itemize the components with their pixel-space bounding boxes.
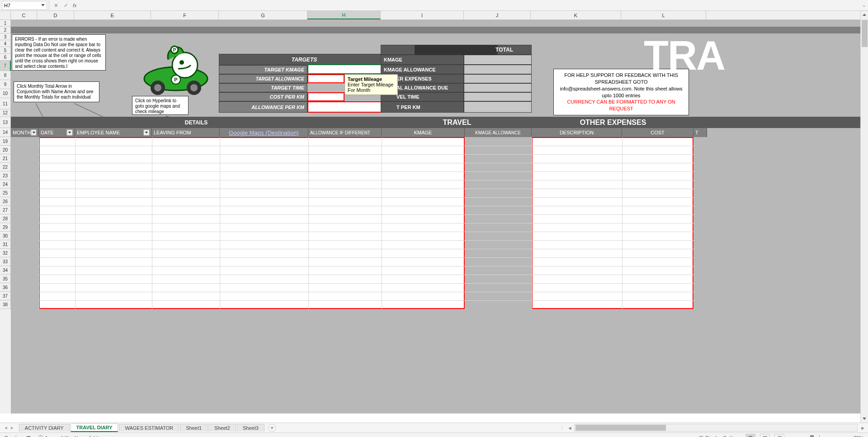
band	[11, 27, 861, 33]
header-leaving[interactable]: LEAVING FROM	[152, 128, 220, 137]
total-heading: TOTAL	[495, 47, 513, 53]
vertical-scrollbar[interactable]	[860, 11, 868, 423]
name-box[interactable]: H7	[2, 1, 47, 10]
accessibility-status[interactable]: ⓘ Accessibility: Unavailable	[38, 434, 101, 437]
row-header[interactable]: 28	[0, 214, 11, 223]
fx-icon[interactable]: fx	[73, 3, 77, 8]
sheet-content[interactable]: P P TARGETS TARGET KMAGE TARGET ALLOWANC…	[11, 20, 868, 413]
row-header[interactable]: 35	[0, 275, 11, 283]
normal-view-button[interactable]: ▦	[745, 434, 755, 437]
zoom-level[interactable]: 70%	[854, 435, 863, 437]
page-break-view-button[interactable]: ⊟	[774, 434, 784, 437]
sheet-tab[interactable]: Sheet1	[180, 424, 208, 432]
scroll-up-icon[interactable]	[861, 11, 868, 19]
row-header[interactable]: 11	[0, 98, 11, 109]
sheet-tab[interactable]: WAGES ESTIMATOR	[119, 424, 179, 432]
row-header[interactable]: 13	[0, 117, 11, 128]
row-header[interactable]: 9	[0, 80, 11, 89]
column-headers: C D E F G H I J K L	[0, 11, 868, 20]
row-header[interactable]: 31	[0, 240, 11, 249]
col-header[interactable]: D	[37, 11, 74, 19]
row-header[interactable]: 12	[0, 109, 11, 117]
sheet-tab[interactable]: Sheet3	[237, 424, 264, 432]
row-header[interactable]: 32	[0, 249, 11, 257]
select-all-corner[interactable]	[0, 11, 11, 19]
cost-per-km-input[interactable]	[307, 92, 344, 101]
row-header[interactable]: 20	[0, 146, 11, 154]
row-header[interactable]: 21	[0, 154, 11, 163]
col-header[interactable]: L	[621, 11, 706, 19]
new-sheet-button[interactable]: +	[268, 424, 276, 432]
col-header[interactable]: H	[307, 11, 381, 19]
formula-bar: H7 ✕ ✓ fx ⌄	[0, 0, 868, 11]
row-header[interactable]: 2	[0, 27, 11, 33]
scroll-thumb[interactable]	[576, 425, 666, 431]
row-header[interactable]: 1	[0, 20, 11, 27]
col-header[interactable]: C	[11, 11, 37, 19]
expand-formula-bar-icon[interactable]: ⌄	[860, 3, 868, 8]
targets-heading: TARGETS	[219, 54, 390, 65]
row-header[interactable]: 34	[0, 266, 11, 275]
row-header[interactable]: 22	[0, 163, 11, 171]
tab-nav[interactable]: ◄►	[0, 425, 18, 430]
status-bar: Ready ▦ ⓘ Accessibility: Unavailable 🖵 D…	[0, 432, 868, 437]
filter-icon[interactable]	[143, 129, 150, 136]
row-header[interactable]: 3	[0, 33, 11, 40]
data-area-right[interactable]	[532, 137, 693, 309]
row-header[interactable]: 23	[0, 171, 11, 180]
selected-cell[interactable]	[307, 64, 382, 74]
row-header[interactable]: 10	[0, 89, 11, 98]
page-layout-view-button[interactable]: ▤	[760, 434, 770, 437]
zoom-out-button[interactable]: −	[789, 435, 792, 437]
header-month[interactable]: MONTH	[11, 128, 39, 137]
sheet-tab[interactable]: Sheet2	[208, 424, 236, 432]
row-header[interactable]: 6	[0, 54, 11, 61]
col-header[interactable]: J	[464, 11, 531, 19]
sheet-tab-active[interactable]: TRAVEL DIARY	[71, 423, 118, 432]
row-header[interactable]: 19	[0, 137, 11, 146]
display-settings-button[interactable]: 🖵 Display Settings	[698, 435, 741, 437]
data-area-left[interactable]	[39, 137, 465, 309]
row-header[interactable]: 5	[0, 47, 11, 54]
header-date[interactable]: DATE	[39, 128, 75, 137]
row-header[interactable]: 30	[0, 232, 11, 240]
scroll-down-icon[interactable]	[861, 415, 868, 423]
section-travel: TRAVEL	[382, 117, 533, 128]
header-kmage-allowance: KMAGE ALLOWANCE	[465, 128, 532, 137]
header-destination-link[interactable]: Google Maps (Destination)	[220, 128, 308, 137]
row-header[interactable]: 4	[0, 40, 11, 47]
confirm-icon[interactable]: ✓	[61, 1, 71, 10]
row-header[interactable]: 8	[0, 71, 11, 80]
row-header[interactable]: 27	[0, 206, 11, 214]
col-header[interactable]: F	[151, 11, 219, 19]
formula-input[interactable]	[80, 1, 860, 10]
target-allowance-input[interactable]	[307, 74, 344, 83]
row-header[interactable]: 29	[0, 223, 11, 232]
row-header[interactable]: 36	[0, 283, 11, 292]
row-header[interactable]: 33	[0, 257, 11, 266]
col-header[interactable]: G	[219, 11, 307, 19]
row-header[interactable]: 37	[0, 292, 11, 300]
row-header[interactable]: 38	[0, 300, 11, 309]
scroll-thumb[interactable]	[862, 20, 868, 47]
allowance-per-km-input[interactable]	[307, 101, 391, 113]
row-header[interactable]: 14	[0, 128, 11, 137]
col-header[interactable]: E	[74, 11, 151, 19]
chevron-right-icon: ►	[10, 425, 14, 430]
monitor-icon: 🖵	[698, 435, 703, 437]
row-header[interactable]: 24	[0, 180, 11, 189]
sheet-tab[interactable]: ACTIVITY DIARY	[19, 424, 70, 432]
col-header[interactable]: K	[531, 11, 621, 19]
filter-icon[interactable]	[31, 129, 37, 136]
row-header[interactable]: 26	[0, 197, 11, 206]
header-employee[interactable]: EMPLOYEE NAME	[75, 128, 152, 137]
filter-icon[interactable]	[66, 129, 73, 136]
row-header[interactable]: 25	[0, 189, 11, 197]
col-header[interactable]: I	[381, 11, 464, 19]
zoom-in-button[interactable]: +	[846, 435, 849, 437]
macro-icon[interactable]: ▦	[26, 435, 31, 437]
tooltip-body: Enter Target Mileage For Month	[348, 82, 393, 93]
horizontal-scrollbar[interactable]	[574, 424, 858, 432]
row-header[interactable]: 7	[0, 61, 11, 71]
cancel-icon[interactable]: ✕	[51, 1, 61, 10]
